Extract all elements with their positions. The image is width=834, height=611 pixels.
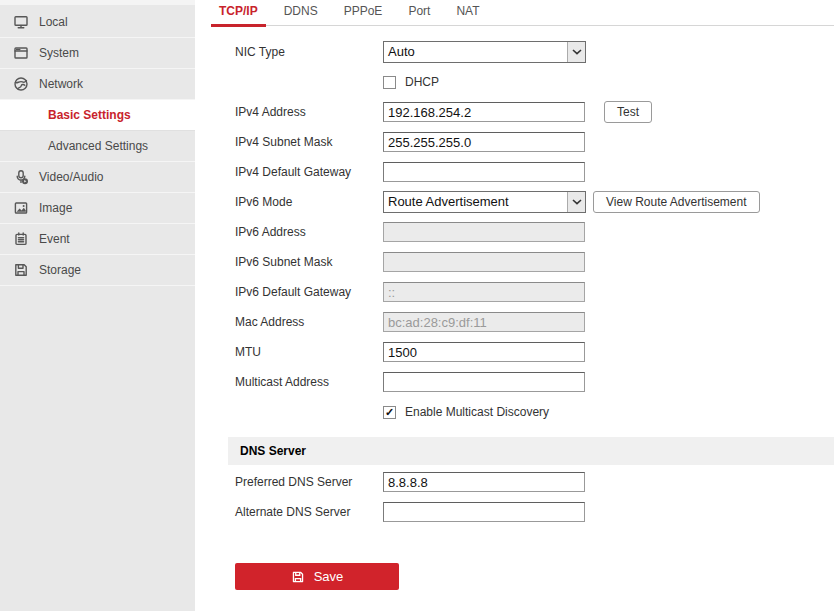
test-button[interactable]: Test	[604, 101, 652, 123]
mac-address-row: Mac Address	[235, 307, 834, 337]
dns-server-section-header: DNS Server	[228, 437, 834, 465]
ipv6-gateway-label: IPv6 Default Gateway	[235, 285, 383, 299]
ipv4-gateway-input[interactable]	[383, 162, 585, 182]
ipv4-subnet-input[interactable]	[383, 132, 585, 152]
ipv4-gateway-label: IPv4 Default Gateway	[235, 165, 383, 179]
ipv6-address-input	[383, 222, 585, 242]
mtu-input[interactable]	[383, 342, 585, 362]
window-icon	[12, 45, 30, 61]
sidebar-item-system[interactable]: System	[0, 38, 195, 69]
enable-multicast-row: Enable Multicast Discovery	[235, 397, 834, 427]
globe-icon	[12, 76, 30, 92]
sidebar-item-label: Image	[39, 201, 72, 215]
sidebar-item-storage[interactable]: Storage	[0, 255, 195, 286]
tab-tcpip[interactable]: TCP/IP	[211, 0, 266, 27]
microphone-icon	[12, 169, 30, 185]
ipv6-address-row: IPv6 Address	[235, 217, 834, 247]
alternate-dns-input[interactable]	[383, 502, 585, 522]
ipv4-address-input[interactable]	[383, 102, 585, 122]
ipv4-address-label: IPv4 Address	[235, 105, 383, 119]
tab-ddns[interactable]: DDNS	[276, 0, 326, 27]
sidebar-item-event[interactable]: Event	[0, 224, 195, 255]
dns-server-section-title: DNS Server	[228, 444, 306, 458]
ipv6-subnet-input	[383, 252, 585, 272]
ipv4-address-row: IPv4 Address Test	[235, 97, 834, 127]
tab-nat[interactable]: NAT	[448, 0, 487, 27]
sidebar: Local System Network Basic Settings Adva…	[0, 0, 195, 611]
nic-type-row: NIC Type Auto	[235, 37, 834, 67]
mtu-row: MTU	[235, 337, 834, 367]
nic-type-select[interactable]: Auto	[383, 41, 586, 63]
alternate-dns-label: Alternate DNS Server	[235, 505, 383, 519]
sidebar-item-label: Event	[39, 232, 70, 246]
save-button[interactable]: Save	[235, 563, 399, 590]
preferred-dns-input[interactable]	[383, 472, 585, 492]
sidebar-item-video-audio[interactable]: Video/Audio	[0, 162, 195, 193]
nic-type-value: Auto	[384, 42, 567, 62]
sidebar-item-label: System	[39, 46, 79, 60]
sidebar-item-label: Advanced Settings	[48, 139, 148, 153]
ipv4-subnet-label: IPv4 Subnet Mask	[235, 135, 383, 149]
monitor-icon	[12, 14, 30, 30]
save-icon	[291, 570, 305, 584]
ipv6-subnet-row: IPv6 Subnet Mask	[235, 247, 834, 277]
chevron-down-icon[interactable]	[567, 192, 585, 212]
ipv6-mode-value: Route Advertisement	[384, 192, 567, 212]
sidebar-item-label: Basic Settings	[48, 108, 131, 122]
preferred-dns-label: Preferred DNS Server	[235, 475, 383, 489]
alternate-dns-row: Alternate DNS Server	[235, 497, 834, 527]
sidebar-item-advanced-settings[interactable]: Advanced Settings	[0, 131, 195, 162]
sidebar-item-basic-settings[interactable]: Basic Settings	[0, 100, 195, 131]
event-icon	[12, 231, 30, 247]
chevron-down-icon[interactable]	[567, 42, 585, 62]
preferred-dns-row: Preferred DNS Server	[235, 467, 834, 497]
ipv6-address-label: IPv6 Address	[235, 225, 383, 239]
dhcp-label: DHCP	[405, 75, 439, 89]
ipv6-gateway-row: IPv6 Default Gateway	[235, 277, 834, 307]
multicast-address-row: Multicast Address	[235, 367, 834, 397]
ipv6-mode-select[interactable]: Route Advertisement	[383, 191, 586, 213]
view-route-advertisement-button[interactable]: View Route Advertisement	[593, 191, 760, 213]
dhcp-checkbox[interactable]	[383, 76, 396, 89]
ipv4-gateway-row: IPv4 Default Gateway	[235, 157, 834, 187]
sidebar-item-label: Video/Audio	[39, 170, 104, 184]
multicast-address-input[interactable]	[383, 372, 585, 392]
ipv4-subnet-row: IPv4 Subnet Mask	[235, 127, 834, 157]
mtu-label: MTU	[235, 345, 383, 359]
sidebar-item-local[interactable]: Local	[0, 7, 195, 38]
ipv6-mode-label: IPv6 Mode	[235, 195, 383, 209]
mac-address-input	[383, 312, 585, 332]
sidebar-item-label: Local	[39, 15, 68, 29]
sidebar-item-image[interactable]: Image	[0, 193, 195, 224]
sidebar-item-network[interactable]: Network	[0, 69, 195, 100]
sidebar-item-label: Storage	[39, 263, 81, 277]
mac-address-label: Mac Address	[235, 315, 383, 329]
save-button-label: Save	[314, 569, 344, 584]
ipv6-gateway-input	[383, 282, 585, 302]
storage-icon	[12, 262, 30, 278]
tab-port[interactable]: Port	[400, 0, 438, 27]
multicast-address-label: Multicast Address	[235, 375, 383, 389]
enable-multicast-checkbox[interactable]	[383, 406, 396, 419]
tab-bar: TCP/IP DDNS PPPoE Port NAT	[211, 0, 834, 26]
main-content: TCP/IP DDNS PPPoE Port NAT NIC Type Auto	[195, 0, 834, 611]
tab-pppoe[interactable]: PPPoE	[336, 0, 391, 27]
dhcp-row: DHCP	[235, 67, 834, 97]
enable-multicast-label: Enable Multicast Discovery	[405, 405, 549, 419]
tcpip-form: NIC Type Auto DHCP IPv4 Address Test	[195, 37, 834, 590]
ipv6-subnet-label: IPv6 Subnet Mask	[235, 255, 383, 269]
network-settings-page: Local System Network Basic Settings Adva…	[0, 0, 834, 611]
sidebar-item-label: Network	[39, 77, 83, 91]
nic-type-label: NIC Type	[235, 45, 383, 59]
ipv6-mode-row: IPv6 Mode Route Advertisement View Route…	[235, 187, 834, 217]
image-icon	[12, 200, 30, 216]
